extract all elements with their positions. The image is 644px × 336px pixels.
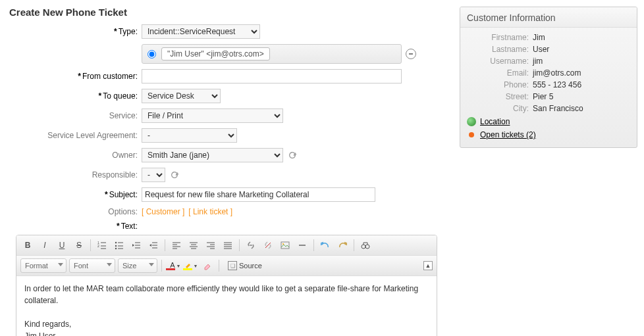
size-select[interactable]: Size: [118, 258, 157, 273]
open-tickets-link[interactable]: Open tickets (2): [480, 130, 536, 139]
to-queue-select[interactable]: Service Desk: [142, 89, 221, 103]
align-left-icon: [172, 241, 181, 250]
editor-toolbar-2: Format Font Size A▼ ▼ ❏Source ▲: [16, 256, 437, 276]
widget-title: Customer Information: [460, 7, 637, 28]
editor-body[interactable]: In order to let the MAR team collaborate…: [16, 276, 437, 336]
link-icon: [246, 241, 255, 250]
unordered-list-button[interactable]: [112, 238, 126, 252]
bold-button[interactable]: B: [20, 238, 35, 252]
redo-icon: [338, 241, 347, 250]
toolbar-collapse-button[interactable]: ▲: [423, 261, 433, 270]
eraser-icon: [203, 261, 212, 270]
hr-button[interactable]: [295, 238, 309, 252]
align-left-button[interactable]: [169, 238, 184, 252]
align-right-button[interactable]: [203, 238, 218, 252]
refresh-icon: [288, 151, 297, 160]
font-select[interactable]: Font: [69, 258, 115, 273]
label-service: Service:: [7, 111, 142, 120]
indent-button[interactable]: [146, 238, 161, 252]
phone-label: Phone:: [467, 80, 533, 89]
city-value: San Francisco: [533, 104, 583, 113]
svg-rect-37: [281, 242, 289, 249]
label-owner: Owner:: [7, 151, 142, 160]
undo-icon: [321, 241, 330, 250]
svg-marker-16: [149, 244, 151, 247]
image-icon: [281, 241, 290, 250]
ordered-list-button[interactable]: 12: [95, 238, 109, 252]
firstname-value: Jim: [533, 33, 545, 42]
svg-point-8: [115, 245, 117, 247]
minus-icon: [408, 51, 414, 57]
phone-value: 555 - 123 456: [533, 80, 581, 89]
subject-input[interactable]: [142, 187, 375, 202]
label-text: *Text:: [7, 222, 142, 231]
from-customer-input[interactable]: [142, 69, 402, 84]
globe-icon: [467, 117, 476, 126]
customer-info-widget: Customer Information Firstname:Jim Lastn…: [460, 7, 637, 148]
body-line-2: Kind regards,: [24, 318, 429, 330]
label-from-customer: *From customer:: [7, 72, 142, 81]
email-value: jim@otrs.com: [533, 68, 581, 78]
remove-customer-button[interactable]: [406, 49, 416, 59]
lastname-value: User: [533, 45, 549, 54]
label-options: Options:: [7, 207, 142, 216]
unlink-button[interactable]: [261, 238, 275, 252]
bg-color-button[interactable]: ▼: [183, 258, 198, 273]
page-title: Create New Phone Ticket: [7, 7, 446, 18]
source-button[interactable]: ❏Source: [223, 259, 267, 272]
italic-button[interactable]: I: [38, 238, 52, 252]
responsible-refresh-button[interactable]: [169, 170, 180, 180]
find-button[interactable]: [358, 238, 373, 252]
type-select[interactable]: Incident::ServiceRequest: [142, 24, 260, 39]
responsible-select[interactable]: -: [142, 168, 165, 182]
svg-marker-12: [132, 244, 134, 247]
lastname-label: Lastname:: [467, 45, 533, 54]
outdent-button[interactable]: [129, 238, 144, 252]
align-center-icon: [189, 241, 198, 250]
label-type: *Type:: [7, 27, 142, 36]
label-responsible: Responsible:: [7, 170, 142, 180]
street-value: Pier 5: [533, 92, 553, 101]
customer-entry-box: "Jim User" <jim@otrs.com>: [142, 44, 402, 64]
firstname-label: Firstname:: [467, 33, 533, 42]
customer-pill: "Jim User" <jim@otrs.com>: [161, 47, 270, 60]
sla-select[interactable]: -: [142, 128, 237, 143]
street-label: Street:: [467, 92, 533, 101]
redo-button[interactable]: [335, 238, 350, 252]
align-right-icon: [206, 241, 215, 250]
label-sla: Service Level Agreement:: [7, 131, 142, 140]
owner-refresh-button[interactable]: [287, 150, 298, 160]
hr-icon: [298, 241, 307, 250]
ordered-list-icon: 12: [97, 241, 107, 250]
text-color-button[interactable]: A▼: [166, 258, 180, 273]
option-link-ticket-link[interactable]: [ Link ticket ]: [188, 207, 232, 216]
align-justify-button[interactable]: [221, 238, 235, 252]
underline-button[interactable]: U: [55, 238, 69, 252]
label-subject: *Subject:: [7, 190, 142, 199]
unordered-list-icon: [115, 241, 124, 250]
link-button[interactable]: [244, 238, 258, 252]
editor-toolbar-1: B I U S 12: [16, 235, 437, 256]
format-select[interactable]: Format: [20, 258, 67, 273]
city-label: City:: [467, 104, 533, 113]
username-value: jim: [533, 57, 543, 66]
svg-text:2: 2: [97, 244, 99, 248]
bullet-icon: [469, 132, 474, 137]
customer-radio[interactable]: [148, 50, 156, 59]
owner-select[interactable]: Smith Jane (jane): [142, 148, 283, 162]
label-to-queue: *To queue:: [7, 91, 142, 101]
option-customer-link[interactable]: [ Customer ]: [142, 207, 184, 216]
rich-text-editor: B I U S 12: [16, 235, 437, 336]
svg-point-6: [115, 242, 117, 243]
location-link[interactable]: Location: [480, 117, 510, 126]
undo-button[interactable]: [318, 238, 333, 252]
unlink-icon: [263, 241, 273, 250]
service-select[interactable]: File / Print: [142, 108, 283, 123]
align-center-button[interactable]: [186, 238, 201, 252]
indent-icon: [149, 241, 158, 250]
email-label: Email:: [467, 68, 533, 78]
body-line-3: Jim User: [24, 330, 429, 336]
remove-format-button[interactable]: [200, 258, 215, 273]
image-button[interactable]: [278, 238, 292, 252]
strike-button[interactable]: S: [72, 238, 86, 252]
